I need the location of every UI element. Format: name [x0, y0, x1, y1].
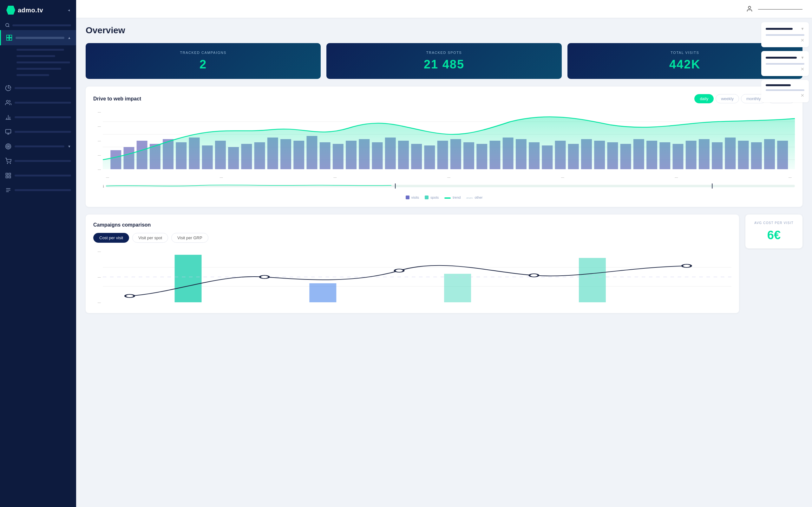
right-section-2-bar-1	[766, 63, 804, 65]
main-chart-svg	[103, 109, 795, 172]
svg-rect-90	[444, 274, 471, 302]
tab-daily[interactable]: daily	[694, 94, 714, 103]
chart-wrapper: — — — — —	[93, 109, 795, 191]
svg-point-16	[8, 146, 9, 147]
comp-tab-visit-per-spot[interactable]: Visit per spot	[132, 233, 168, 243]
sidebar-item-team[interactable]	[0, 95, 76, 110]
search-bar-placeholder[interactable]	[12, 24, 71, 26]
stat-card-tracked-campaigns: TRACKED CAMPAIGNS 2	[86, 43, 321, 79]
sidebar-search	[0, 20, 76, 30]
header-bar: ——————————	[76, 0, 812, 18]
x-label-1: —	[103, 176, 112, 179]
svg-rect-91	[579, 258, 606, 302]
sidebar-item-target[interactable]: ▼	[0, 139, 76, 154]
svg-point-95	[395, 269, 403, 272]
comp-tab-cost-per-visit[interactable]: Cost per visit	[93, 233, 129, 243]
timeline-svg[interactable]	[106, 181, 795, 191]
chart-header: Drive to web impact daily weekly monthly…	[93, 94, 795, 103]
grid-icon	[5, 172, 11, 179]
y-label-4: —	[93, 124, 101, 128]
sub-item-1[interactable]	[16, 47, 76, 53]
tab-weekly[interactable]: weekly	[716, 94, 739, 103]
svg-point-94	[260, 275, 269, 279]
svg-rect-89	[309, 283, 336, 302]
comp-tab-visit-per-grp[interactable]: Visit per GRP	[171, 233, 208, 243]
team-icon	[5, 100, 11, 106]
logo-text: admo.tv	[18, 7, 43, 14]
sidebar: admo.tv ◂ ▲	[0, 0, 76, 507]
sidebar-item-cart[interactable]	[0, 154, 76, 168]
comparison-section: Campaigns comparison Cost per visit Visi…	[86, 215, 803, 313]
y-label-2: —	[93, 153, 101, 157]
sidebar-item-chart[interactable]	[0, 110, 76, 124]
sidebar-item-monitor[interactable]	[0, 124, 76, 139]
legend-trend-label: trend	[453, 195, 461, 199]
logo-arrow-icon[interactable]: ◂	[68, 8, 70, 12]
user-icon[interactable]	[746, 5, 753, 12]
tracked-campaigns-label: TRACKED CAMPAIGNS	[95, 51, 312, 55]
sidebar-sub-menu	[0, 45, 76, 81]
right-section-1-title-bar	[766, 28, 793, 30]
sidebar-logo[interactable]: admo.tv ◂	[0, 0, 76, 20]
x-label-4: —	[444, 176, 454, 179]
right-section-3-header	[766, 84, 804, 86]
drive-to-web-panel: Drive to web impact daily weekly monthly…	[86, 87, 803, 207]
right-section-1-close-icon[interactable]: ✕	[801, 38, 804, 43]
page-title: Overview	[86, 25, 803, 36]
right-section-2-close-icon[interactable]: ✕	[801, 66, 804, 72]
mini-timeline[interactable]: ℹ	[103, 181, 795, 191]
comp-y-label-1: —	[93, 301, 101, 304]
right-section-1-bar-1	[766, 34, 804, 36]
comp-y-label-3: —	[93, 250, 101, 253]
x-label-2: —	[217, 176, 226, 179]
legend-visits-dot	[406, 195, 409, 199]
info-icon: ℹ	[103, 184, 104, 188]
y-label-1: —	[93, 168, 101, 171]
main-content: Overview TRACKED CAMPAIGNS 2 TRACKED SPO…	[76, 0, 812, 507]
sidebar-item-pie[interactable]	[0, 81, 76, 95]
svg-point-18	[10, 163, 11, 164]
legend-spots-label: spots	[430, 195, 439, 199]
sidebar-item-grid[interactable]	[0, 168, 76, 183]
svg-rect-2	[7, 35, 9, 38]
comparison-tabs: Cost per visit Visit per spot Visit per …	[93, 233, 731, 243]
sidebar-item-settings[interactable]	[0, 183, 76, 198]
avg-cost-label: AVG COST PER VISIT	[754, 221, 793, 225]
right-panel: ▼ ✕ ▼ ✕ ✕	[761, 22, 809, 102]
right-section-1-expand-icon[interactable]: ▼	[801, 26, 804, 31]
comparison-chart-wrapper: — — —	[93, 248, 731, 305]
sub-item-5[interactable]	[16, 72, 76, 78]
tracked-campaigns-value: 2	[95, 58, 312, 71]
sub-item-4[interactable]	[16, 66, 76, 72]
svg-point-15	[7, 145, 10, 148]
right-section-1: ▼ ✕	[761, 22, 809, 47]
legend-spots: spots	[425, 195, 439, 199]
stat-card-tracked-spots: TRACKED SPOTS 21 485	[326, 43, 561, 79]
legend-visits: visits	[406, 195, 419, 199]
svg-point-0	[6, 23, 9, 26]
svg-point-97	[682, 264, 691, 268]
tracked-spots-value: 21 485	[335, 58, 553, 71]
avg-cost-box: AVG COST PER VISIT 6€	[745, 215, 803, 248]
header-username: ——————————	[758, 6, 803, 11]
sidebar-item-analytics[interactable]: ▲	[0, 30, 76, 45]
legend-other-label: other	[474, 195, 483, 199]
right-section-3-close-icon[interactable]: ✕	[801, 93, 804, 98]
chart-icon	[5, 114, 11, 120]
y-label-5: —	[93, 110, 101, 114]
sub-item-3[interactable]	[16, 59, 76, 66]
right-section-3-title-bar	[766, 84, 791, 86]
nav-item-label-bar	[15, 37, 64, 39]
x-label-5: —	[558, 176, 567, 179]
sub-item-2[interactable]	[16, 53, 76, 59]
svg-rect-3	[9, 35, 12, 38]
svg-rect-11	[6, 130, 11, 133]
right-section-2-expand-icon[interactable]: ▼	[801, 55, 804, 60]
right-section-2: ▼ ✕	[761, 51, 809, 76]
nav-expand-icon[interactable]: ▲	[67, 36, 71, 40]
search-icon	[5, 23, 10, 27]
target-icon	[5, 143, 11, 150]
comparison-chart-svg	[103, 248, 731, 305]
target-expand-icon[interactable]: ▼	[67, 145, 71, 148]
stat-cards-container: TRACKED CAMPAIGNS 2 TRACKED SPOTS 21 485…	[86, 43, 803, 79]
